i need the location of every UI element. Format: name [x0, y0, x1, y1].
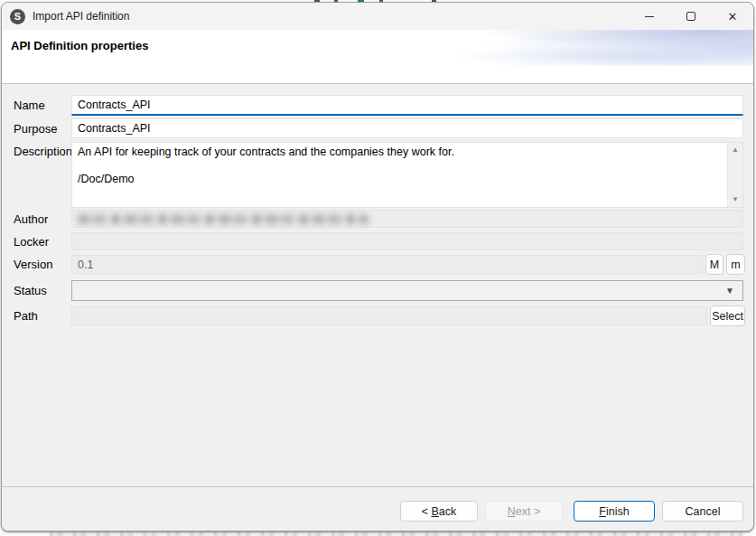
version-field: 0.1: [71, 255, 703, 274]
path-field: [71, 306, 707, 325]
version-label: Version: [14, 255, 70, 274]
import-api-definition-dialog: S Import API definition ✕ API Definition…: [1, 2, 754, 531]
version-value: 0.1: [78, 259, 93, 271]
chevron-down-icon: ▼: [725, 286, 737, 296]
window-title: Import API definition: [33, 10, 129, 23]
window-controls: ✕: [629, 3, 753, 30]
description-scrollbar[interactable]: ▲ ▼: [727, 143, 742, 207]
cancel-label: Cancel: [686, 505, 721, 518]
maximize-button[interactable]: [670, 3, 712, 30]
description-textarea[interactable]: An API for keeping track of your contrac…: [71, 142, 743, 208]
minimize-icon: [645, 16, 654, 17]
minimize-button[interactable]: [629, 3, 670, 30]
author-redacted-text: [78, 214, 369, 224]
status-dropdown[interactable]: ▼: [71, 280, 743, 301]
wizard-banner: API Definition properties: [2, 30, 753, 84]
cancel-button[interactable]: Cancel: [662, 501, 743, 522]
locker-field: [71, 232, 743, 250]
finish-button[interactable]: Finish: [574, 501, 655, 522]
purpose-input[interactable]: [71, 118, 743, 138]
scroll-down-icon[interactable]: ▼: [732, 193, 739, 207]
button-bar: < Back Next > Finish Cancel: [2, 486, 753, 531]
page-title: API Definition properties: [11, 39, 148, 52]
author-label: Author: [14, 210, 70, 228]
description-label: Description: [14, 143, 70, 159]
next-button[interactable]: Next >: [485, 501, 563, 522]
close-icon: ✕: [728, 11, 738, 23]
status-label: Status: [14, 280, 70, 301]
author-field: [71, 210, 743, 228]
banner-gradient: [374, 30, 753, 66]
back-button[interactable]: < Back: [400, 501, 478, 522]
name-label: Name: [14, 95, 70, 116]
app-logo-icon: S: [10, 9, 25, 24]
back-label: < Back: [422, 505, 457, 518]
path-select-button[interactable]: Select: [710, 306, 745, 326]
locker-label: Locker: [14, 232, 70, 250]
description-text: An API for keeping track of your contrac…: [72, 143, 726, 207]
purpose-label: Purpose: [14, 118, 70, 138]
finish-label: Finish: [599, 505, 629, 518]
scroll-up-icon[interactable]: ▲: [732, 143, 739, 157]
path-label: Path: [14, 306, 70, 325]
next-label: Next >: [508, 505, 540, 518]
close-button[interactable]: ✕: [712, 3, 753, 30]
background-artifact: [50, 532, 742, 536]
titlebar: S Import API definition ✕: [2, 3, 753, 30]
version-major-button[interactable]: M: [705, 254, 723, 275]
version-minor-button[interactable]: m: [726, 254, 745, 275]
maximize-icon: [686, 12, 695, 21]
name-input[interactable]: [71, 95, 743, 116]
